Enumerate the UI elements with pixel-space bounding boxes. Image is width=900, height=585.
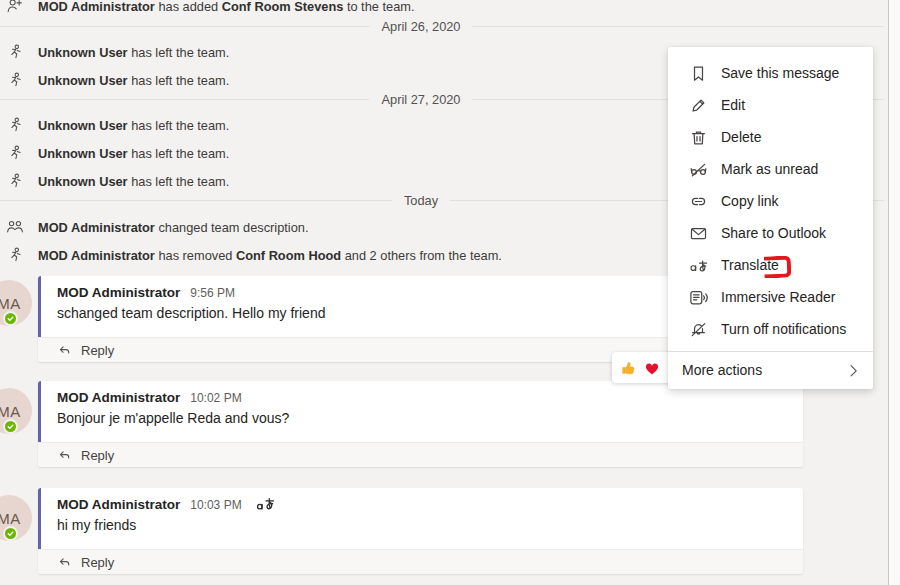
menu-item-label: Turn off notifications bbox=[721, 321, 846, 337]
message-text: hi my friends bbox=[57, 517, 787, 533]
system-message-text: Unknown User has left the team. bbox=[38, 174, 229, 189]
reply-button[interactable]: Reply bbox=[38, 549, 803, 574]
heart-reaction-icon[interactable] bbox=[643, 359, 661, 377]
message-sender: MOD Administrator bbox=[57, 497, 180, 512]
system-message: MOD Administrator has added Conf Room St… bbox=[0, 0, 860, 16]
date-divider-label: April 27, 2020 bbox=[370, 92, 473, 107]
message-sender: MOD Administrator bbox=[57, 285, 180, 300]
thumbs-up-reaction-icon[interactable] bbox=[620, 359, 638, 377]
reaction-bar bbox=[612, 352, 676, 383]
reply-arrow-icon bbox=[57, 555, 72, 570]
person-leave-icon bbox=[6, 43, 24, 61]
reply-button[interactable]: Reply bbox=[38, 442, 803, 467]
system-message-text: MOD Administrator has added Conf Room St… bbox=[38, 0, 414, 14]
avatar-initials: MA bbox=[0, 403, 21, 420]
menu-item-label: Delete bbox=[721, 129, 761, 145]
system-message-text: MOD Administrator changed team descripti… bbox=[38, 220, 309, 235]
message-sender: MOD Administrator bbox=[57, 390, 180, 405]
translate-icon bbox=[689, 256, 708, 275]
mail-icon bbox=[689, 224, 708, 243]
person-leave-icon bbox=[6, 71, 24, 89]
message-card: MOD Administrator 10:03 PM hi my friends… bbox=[38, 488, 803, 574]
message-card: MOD Administrator 10:02 PM Bonjour je m'… bbox=[38, 381, 803, 467]
bell-off-icon bbox=[689, 320, 708, 339]
scrollbar[interactable] bbox=[888, 0, 900, 585]
menu-item-label: Immersive Reader bbox=[721, 289, 835, 305]
system-message-text: MOD Administrator has removed Conf Room … bbox=[38, 248, 502, 263]
reply-label: Reply bbox=[81, 448, 114, 463]
message-timestamp: 10:03 PM bbox=[190, 498, 241, 512]
presence-available-icon bbox=[3, 526, 18, 541]
reply-arrow-icon bbox=[57, 448, 72, 463]
system-message-text: Unknown User has left the team. bbox=[38, 146, 229, 161]
chevron-right-icon bbox=[845, 362, 861, 378]
menu-item-save-this-message[interactable]: Save this message bbox=[668, 57, 873, 89]
system-message-text: Unknown User has left the team. bbox=[38, 45, 229, 60]
teams-channel-conversation: MOD Administrator has added Conf Room St… bbox=[0, 0, 900, 585]
trash-icon bbox=[689, 128, 708, 147]
avatar[interactable]: MA bbox=[0, 280, 32, 326]
person-leave-icon bbox=[6, 116, 24, 134]
menu-item-label: More actions bbox=[682, 362, 762, 378]
menu-item-delete[interactable]: Delete bbox=[668, 121, 873, 153]
system-message-text: Unknown User has left the team. bbox=[38, 118, 229, 133]
avatar[interactable]: MA bbox=[0, 388, 32, 434]
immersive-reader-icon bbox=[689, 288, 708, 307]
people-team-icon bbox=[6, 218, 24, 236]
menu-item-label: Mark as unread bbox=[721, 161, 818, 177]
menu-item-turn-off-notifications[interactable]: Turn off notifications bbox=[668, 313, 873, 345]
date-divider-label: April 26, 2020 bbox=[370, 19, 473, 34]
reply-arrow-icon bbox=[57, 343, 72, 358]
message-timestamp: 10:02 PM bbox=[190, 391, 241, 405]
bookmark-icon bbox=[689, 64, 708, 83]
avatar-initials: MA bbox=[0, 295, 21, 312]
glasses-off-icon bbox=[689, 160, 708, 179]
menu-item-copy-link[interactable]: Copy link bbox=[668, 185, 873, 217]
message-body: MOD Administrator 10:03 PM hi my friends bbox=[38, 488, 803, 549]
person-leave-icon bbox=[6, 246, 24, 264]
menu-item-label: Edit bbox=[721, 97, 745, 113]
message-context-menu: Save this message Edit Delete Mark as un… bbox=[668, 47, 873, 389]
menu-item-edit[interactable]: Edit bbox=[668, 89, 873, 121]
presence-available-icon bbox=[3, 419, 18, 434]
message-body: MOD Administrator 10:02 PM Bonjour je m'… bbox=[38, 381, 803, 442]
person-add-icon bbox=[6, 0, 24, 15]
menu-item-share-to-outlook[interactable]: Share to Outlook bbox=[668, 217, 873, 249]
link-icon bbox=[689, 192, 708, 211]
date-divider-label: Today bbox=[392, 193, 450, 208]
system-message-text: Unknown User has left the team. bbox=[38, 73, 229, 88]
reply-label: Reply bbox=[81, 555, 114, 570]
menu-item-label: Save this message bbox=[721, 65, 839, 81]
person-leave-icon bbox=[6, 144, 24, 162]
reply-label: Reply bbox=[81, 343, 114, 358]
annotation-red-bracket bbox=[764, 256, 792, 279]
message-timestamp: 9:56 PM bbox=[190, 286, 235, 300]
avatar-initials: MA bbox=[0, 510, 21, 527]
date-divider: April 26, 2020 bbox=[0, 16, 884, 36]
avatar[interactable]: MA bbox=[0, 495, 32, 541]
menu-item-mark-as-unread[interactable]: Mark as unread bbox=[668, 153, 873, 185]
person-leave-icon bbox=[6, 172, 24, 190]
pencil-icon bbox=[689, 96, 708, 115]
translated-indicator-icon bbox=[256, 497, 275, 512]
menu-item-more-actions[interactable]: More actions bbox=[668, 352, 873, 387]
presence-available-icon bbox=[3, 311, 18, 326]
message-text: Bonjour je m'appelle Reda and vous? bbox=[57, 410, 787, 426]
menu-item-label: Copy link bbox=[721, 193, 779, 209]
menu-item-label: Share to Outlook bbox=[721, 225, 826, 241]
menu-item-immersive-reader[interactable]: Immersive Reader bbox=[668, 281, 873, 313]
